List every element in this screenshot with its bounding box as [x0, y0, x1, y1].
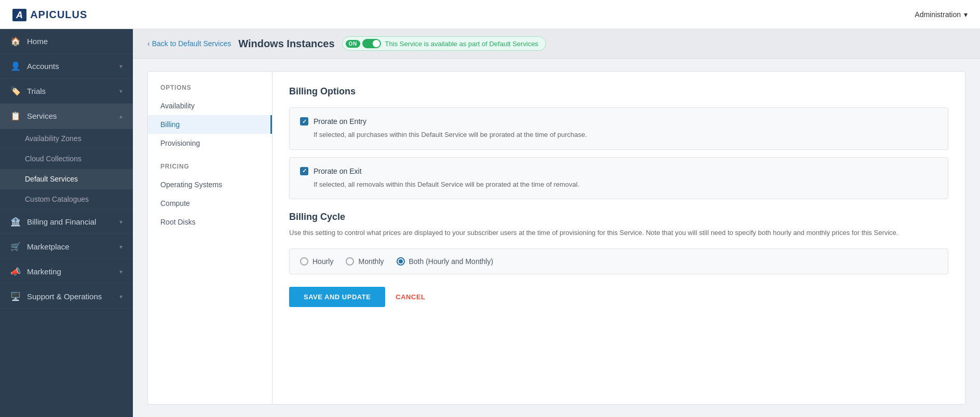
- panel-item-compute[interactable]: Compute: [148, 194, 272, 213]
- prorate-entry-label: Prorate on Entry: [314, 117, 366, 126]
- radio-hourly-label: Hourly: [312, 257, 333, 266]
- top-nav: A APICULUS Administration ▾: [0, 0, 980, 29]
- toggle-pill[interactable]: ON: [346, 39, 381, 48]
- page-title: Windows Instances: [238, 38, 334, 50]
- prorate-exit-card: Prorate on Exit If selected, all removal…: [289, 157, 948, 200]
- toggle-switch[interactable]: [362, 39, 381, 48]
- admin-chevron-icon: ▾: [964, 10, 968, 19]
- prorate-exit-desc: If selected, all removals within this De…: [300, 179, 937, 190]
- admin-label: Administration: [915, 10, 961, 19]
- cancel-button[interactable]: CANCEL: [396, 293, 425, 301]
- sidebar: 🏠 Home 👤 Accounts ▾ 🏷️ Trials ▾ 📋 Servic…: [0, 29, 133, 417]
- back-link-label: Back to Default Services: [152, 39, 232, 48]
- accounts-chevron-icon: ▾: [119, 63, 122, 70]
- services-icon: 📋: [10, 111, 21, 121]
- billing-options-title: Billing Options: [289, 86, 948, 97]
- breadcrumb-bar: ‹ Back to Default Services Windows Insta…: [133, 29, 980, 59]
- sidebar-item-services[interactable]: 📋 Services ▴: [0, 104, 133, 129]
- logo-text: APICULUS: [30, 9, 87, 20]
- sidebar-sub-item-custom-catalogues[interactable]: Custom Catalogues: [0, 189, 133, 210]
- sidebar-item-marketing-label: Marketing: [27, 267, 61, 276]
- panel-item-root-disks[interactable]: Root Disks: [148, 213, 272, 231]
- accounts-icon: 👤: [10, 61, 21, 71]
- radio-both[interactable]: Both (Hourly and Monthly): [397, 257, 494, 266]
- badge-text: This Service is available as part of Def…: [385, 40, 539, 48]
- content-area: OPTIONS Availability Billing Provisionin…: [133, 59, 980, 417]
- logo: A APICULUS: [12, 8, 87, 21]
- radio-monthly[interactable]: Monthly: [346, 257, 384, 266]
- billing-chevron-icon: ▾: [119, 218, 122, 226]
- marketing-chevron-icon: ▾: [119, 268, 122, 275]
- billing-cycle-desc: Use this setting to control what prices …: [289, 228, 948, 238]
- sidebar-item-billing-label: Billing and Financial: [27, 217, 96, 226]
- panel-item-billing[interactable]: Billing: [148, 115, 272, 134]
- right-panel: Billing Options Prorate on Entry If sele…: [272, 71, 965, 405]
- panel-item-availability[interactable]: Availability: [148, 96, 272, 115]
- radio-both-circle: [397, 257, 405, 266]
- support-icon: 🖥️: [10, 291, 21, 301]
- sidebar-sub-item-default-services[interactable]: Default Services: [0, 169, 133, 189]
- sidebar-item-accounts-label: Accounts: [27, 62, 59, 71]
- options-section-title: OPTIONS: [148, 84, 272, 96]
- support-chevron-icon: ▾: [119, 293, 122, 300]
- radio-both-label: Both (Hourly and Monthly): [409, 257, 494, 266]
- billing-icon: 🏦: [10, 217, 21, 227]
- sidebar-item-home-label: Home: [27, 37, 48, 46]
- main-content: ‹ Back to Default Services Windows Insta…: [133, 29, 980, 417]
- trials-chevron-icon: ▾: [119, 88, 122, 95]
- admin-menu[interactable]: Administration ▾: [915, 10, 968, 19]
- radio-hourly[interactable]: Hourly: [300, 257, 333, 266]
- service-badge: ON This Service is available as part of …: [342, 36, 547, 51]
- sidebar-item-home[interactable]: 🏠 Home: [0, 29, 133, 54]
- save-update-button[interactable]: SAVE AND UPDATE: [289, 287, 385, 307]
- sidebar-item-marketplace[interactable]: 🛒 Marketplace ▾: [0, 234, 133, 259]
- marketplace-icon: 🛒: [10, 242, 21, 252]
- marketplace-chevron-icon: ▾: [119, 243, 122, 251]
- radio-hourly-circle: [300, 257, 308, 266]
- prorate-exit-label: Prorate on Exit: [314, 167, 362, 175]
- sidebar-item-marketing[interactable]: 📣 Marketing ▾: [0, 259, 133, 284]
- services-chevron-icon: ▴: [119, 113, 122, 120]
- trials-icon: 🏷️: [10, 86, 21, 96]
- sidebar-item-accounts[interactable]: 👤 Accounts ▾: [0, 54, 133, 79]
- prorate-entry-desc: If selected, all purchases within this D…: [300, 130, 937, 140]
- prorate-entry-card: Prorate on Entry If selected, all purcha…: [289, 107, 948, 150]
- sidebar-item-trials[interactable]: 🏷️ Trials ▾: [0, 79, 133, 104]
- action-row: SAVE AND UPDATE CANCEL: [289, 287, 948, 307]
- sidebar-item-billing[interactable]: 🏦 Billing and Financial ▾: [0, 210, 133, 234]
- sidebar-sub-item-availability-zones[interactable]: Availability Zones: [0, 129, 133, 149]
- radio-monthly-label: Monthly: [358, 257, 384, 266]
- prorate-entry-checkbox[interactable]: [300, 117, 308, 126]
- back-chevron-icon: ‹: [147, 39, 150, 48]
- home-icon: 🏠: [10, 36, 21, 46]
- panel-item-operating-systems[interactable]: Operating Systems: [148, 175, 272, 194]
- prorate-exit-checkbox[interactable]: [300, 167, 308, 175]
- sidebar-item-marketplace-label: Marketplace: [27, 242, 70, 251]
- toggle-on-label: ON: [346, 40, 360, 48]
- sidebar-item-services-label: Services: [27, 112, 57, 120]
- left-panel: OPTIONS Availability Billing Provisionin…: [147, 71, 272, 405]
- radio-monthly-circle: [346, 257, 354, 266]
- sidebar-sub-item-cloud-collections[interactable]: Cloud Collections: [0, 149, 133, 169]
- pricing-section-title: PRICING: [148, 163, 272, 175]
- back-link[interactable]: ‹ Back to Default Services: [147, 39, 231, 48]
- marketing-icon: 📣: [10, 267, 21, 276]
- billing-cycle-title: Billing Cycle: [289, 212, 948, 223]
- sidebar-item-support[interactable]: 🖥️ Support & Operations ▾: [0, 284, 133, 309]
- panel-item-provisioning[interactable]: Provisioning: [148, 134, 272, 152]
- sidebar-item-support-label: Support & Operations: [27, 292, 102, 301]
- radio-group-billing-cycle: Hourly Monthly Both (Hourly and Monthly): [289, 248, 948, 274]
- sidebar-item-trials-label: Trials: [27, 87, 46, 95]
